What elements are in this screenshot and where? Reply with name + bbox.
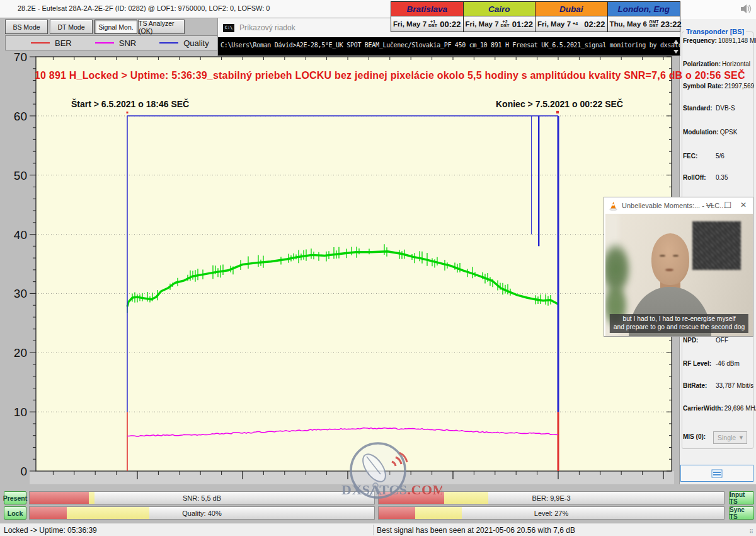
statusbar-best-signal: Best signal has been seen at 2021-05-06 … [377, 526, 575, 535]
sync-ts-button[interactable]: Sync TS [729, 506, 754, 520]
transponder-row-value: 5/6 [716, 153, 724, 160]
legend-item-ber: BER [31, 38, 72, 48]
quality-bar-label: Quality: 40% [30, 510, 374, 517]
vlc-window[interactable]: Unbelievable Moments:... - VLC... — ☐ ✕ … [604, 197, 753, 337]
transponder-row-label: CarrierWidth: [683, 405, 723, 412]
lock-button[interactable]: Lock [4, 506, 26, 520]
transponder-row-label: Frequency: [683, 37, 717, 44]
snr-bar-label: SNR: 5,5 dB [30, 494, 374, 502]
transponder-row-value: DVB-S [716, 105, 735, 112]
clock-date: Thu, May 6 [610, 20, 647, 28]
clock-bratislava: Bratislava Fri, May 7 +1DST 00:22 [391, 2, 464, 32]
vlc-icon [609, 201, 618, 211]
clock-city: Bratislava [391, 2, 463, 16]
tab-ts-analyzer[interactable]: TS Analyzer (OK) [138, 20, 185, 34]
clock-time: 02:22 [584, 20, 605, 29]
scroll-down-icon[interactable] [673, 50, 679, 54]
transponder-row-value: 0.35 [716, 174, 728, 181]
clock-offset: +4 [573, 22, 578, 26]
quality-bar: Quality: 40% [29, 506, 375, 520]
transponder-row-label: BitRate: [683, 382, 714, 389]
app-window: 28.2E - Eutelsat 28A-2A-2E-2F (ID: 0282)… [0, 0, 756, 536]
tab-dt-mode[interactable]: DT Mode [50, 20, 93, 34]
snr-bar: SNR: 5,5 dB [29, 491, 375, 504]
chevron-down-icon: ▼ [738, 434, 744, 441]
transponder-row-label: Modulation: [683, 129, 719, 136]
transponder-row: Symbol Rate:21997,569 KS/s [683, 83, 755, 90]
clock-time: 00:22 [440, 20, 461, 29]
statusbar: Locked -> Uptime: 05:36:39 Best signal h… [0, 523, 756, 536]
clock-city: Dubai [536, 2, 607, 16]
transponder-row: BitRate:33,787 Mbit/s [683, 382, 755, 389]
chart-canvas: 010203040506070 [5, 49, 674, 484]
legend-label: BER [55, 38, 72, 48]
subtitle-line: and prepare to go and rescue the second … [614, 323, 745, 332]
clock-dubai: Dubai Fri, May 7 +4 02:22 [536, 2, 608, 32]
legend-item-quality: Quality [159, 38, 209, 48]
input-ts-button[interactable]: Input TS [729, 491, 754, 504]
y-axis-label: 50 [14, 169, 27, 182]
subtitle-line: but I had to, I had to re-energise mysel… [614, 315, 745, 323]
clock-zone: DST [650, 24, 658, 28]
vlc-titlebar[interactable]: Unbelievable Moments:... - VLC... — ☐ ✕ [604, 197, 753, 214]
command-line: C:\Users\Roman Dávid>A2E-28,5°E_UK SPOT … [220, 42, 680, 49]
command-prompt-body: C:\Users\Roman Dávid>A2E-28,5°E_UK SPOT … [218, 37, 680, 55]
transponder-row: NPD:OFF [683, 337, 755, 344]
transponder-row-label: FEC: [683, 153, 714, 160]
statusbar-lock-status: Locked -> Uptime: 05:36:39 [4, 526, 97, 535]
app-title: 28.2E - Eutelsat 28A-2A-2E-2F (ID: 0282)… [18, 4, 270, 12]
clock-zone: DST [501, 24, 510, 28]
level-bar: Level: 27% [378, 506, 724, 520]
tab-signal-mon[interactable]: Signal Mon. [94, 20, 137, 34]
clock-date: Fri, May 7 [393, 20, 427, 28]
y-axis-label: 10 [14, 405, 27, 419]
y-axis-label: 0 [20, 465, 27, 478]
y-axis-label: 70 [14, 50, 27, 64]
clock-cairo: Cairo Fri, May 7 +2DST 01:22 [464, 2, 536, 32]
level-bar-label: Level: 27% [379, 510, 724, 517]
minimize-icon[interactable]: — [706, 201, 714, 209]
legend-swatch [31, 42, 50, 44]
video-person-head [651, 233, 690, 284]
video-picture-frame [692, 221, 741, 271]
y-axis-label: 20 [14, 346, 27, 359]
transponder-row-label: Polarization: [683, 61, 721, 67]
clock-city: Cairo [464, 2, 536, 16]
resize-grip[interactable]: ⠿ [749, 528, 754, 535]
y-axis-label: 60 [14, 110, 27, 123]
maximize-icon[interactable]: ☐ [724, 201, 731, 210]
clock-date: Fri, May 7 [537, 20, 571, 28]
scroll-up-icon[interactable] [673, 40, 679, 44]
chart-annotation-main: 10 891 H_Locked > Uptime: 5:36:39_stabil… [35, 70, 745, 81]
y-axis-label: 40 [14, 228, 27, 242]
transponder-row: RollOff:0.35 [683, 174, 755, 181]
transponder-row-label: RollOff: [683, 174, 714, 181]
tab-bs-mode[interactable]: BS Mode [5, 20, 48, 34]
legend-swatch [95, 42, 114, 44]
transponder-row: Polarization:Horizontal [683, 61, 755, 67]
vlc-video[interactable]: but I had to, I had to re-energise mysel… [605, 214, 753, 336]
ber-bar: BER: 9,9E-3 [378, 491, 724, 504]
volume-icon[interactable] [740, 3, 752, 15]
legend-label: Quality [183, 38, 209, 48]
mis-select[interactable]: Single ▼ [713, 431, 747, 444]
present-button[interactable]: Present [4, 491, 26, 504]
command-prompt-title: Príkazový riadok [239, 23, 295, 32]
world-clocks: Bratislava Fri, May 7 +1DST 00:22 Cairo … [391, 1, 680, 32]
ts-list-button[interactable] [680, 465, 753, 482]
transponder-row-value: OFF [716, 337, 728, 344]
transponder-row-label: Standard: [683, 105, 714, 112]
clock-london: London, Eng Thu, May 6 GMTDST 23:22 [608, 2, 680, 32]
signal-chart: 010203040506070 [5, 49, 674, 484]
clock-zone: DST [428, 24, 437, 28]
chart-annotation-end: Koniec > 7.5.2021 o 00:22 SEČ [496, 99, 623, 109]
transponder-row: FEC:5/6 [683, 153, 755, 160]
close-icon[interactable]: ✕ [740, 201, 747, 209]
ber-bar-label: BER: 9,9E-3 [379, 494, 724, 502]
transponder-row: Standard:DVB-S [683, 105, 755, 112]
transponder-row: CarrierWidth:29,696 MHz [683, 405, 755, 412]
transponder-row-value: -46 dBm [716, 360, 740, 367]
clock-date: Fri, May 7 [466, 20, 499, 28]
transponder-row-label: NPD: [683, 337, 714, 344]
cmd-icon: C:\ [223, 24, 234, 32]
